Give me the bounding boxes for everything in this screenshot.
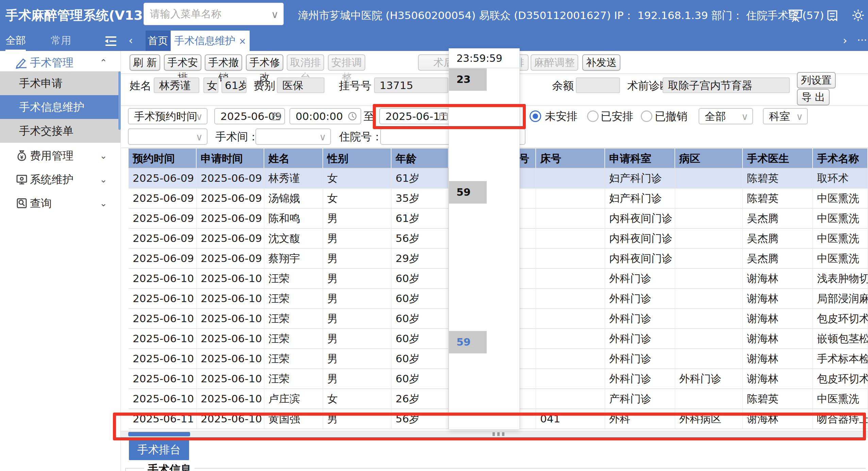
sidebar-group-fee-management[interactable]: 费用管理 ⌄ [0, 144, 121, 167]
table-cell[interactable]: 2025-06-10 … [129, 369, 197, 389]
sidebar-item-surgery-info-maintenance[interactable]: 手术信息维护 [0, 95, 121, 119]
table-cell[interactable]: 谢海林 [743, 409, 813, 429]
report-document-icon[interactable] [824, 7, 840, 23]
menu-group-common[interactable]: 常用 [51, 31, 71, 51]
radio-unscheduled-label[interactable]: 未安排 [545, 108, 578, 124]
column-header[interactable]: 年龄 [391, 149, 449, 169]
anesthesia-adjust-button[interactable]: 麻醉调整 [531, 54, 578, 71]
time-from-input[interactable]: 00:00:00 [289, 108, 361, 124]
tab-home[interactable]: 首页 [146, 31, 170, 51]
column-header[interactable]: 床号 [536, 149, 605, 169]
table-cell[interactable] [536, 229, 605, 249]
table-cell[interactable]: 手术标本检… [813, 349, 868, 369]
table-cell[interactable]: 2025-06-10 … [197, 349, 264, 369]
column-header[interactable]: 手术名称 [813, 149, 868, 169]
table-cell[interactable]: 谢海林 [743, 269, 813, 289]
table-cell[interactable]: 2025-06-09 … [129, 209, 197, 229]
column-header[interactable]: 申请时间 [197, 149, 264, 169]
table-cell[interactable]: 内科夜间门诊 [605, 229, 675, 249]
table-cell[interactable]: 外科 [605, 409, 675, 429]
table-cell[interactable] [675, 349, 743, 369]
table-cell[interactable]: 嵌顿包茎松… [813, 329, 868, 349]
table-cell[interactable] [536, 249, 605, 269]
table-cell[interactable]: 2025-06-10 … [197, 409, 264, 429]
table-cell[interactable]: 内科夜间门诊 [605, 249, 675, 269]
time-type-select[interactable]: 手术预约时间 ∨ [128, 108, 207, 124]
sidebar-item-surgery-handover[interactable]: 手术交接单 [0, 119, 121, 143]
table-cell[interactable]: 60岁 [391, 329, 449, 349]
refresh-button[interactable]: 刷 新 [130, 54, 160, 71]
table-cell[interactable]: 女 [323, 189, 391, 209]
table-cell[interactable]: 中医熏洗 [813, 189, 868, 209]
menu-search-input[interactable] [149, 3, 265, 24]
column-header[interactable]: 性别 [323, 149, 391, 169]
table-cell[interactable] [536, 389, 605, 409]
schedule-surgery-button[interactable]: 手术安排 [164, 54, 201, 71]
table-cell[interactable]: 吴杰腾 [743, 249, 813, 269]
splitter-grip[interactable] [497, 432, 500, 436]
table-cell[interactable]: 谢海林 [743, 329, 813, 349]
table-cell[interactable] [675, 169, 743, 189]
table-cell[interactable] [536, 329, 605, 349]
table-cell[interactable]: 2025-06-10 … [129, 269, 197, 289]
table-cell[interactable]: 外科病区 [675, 409, 743, 429]
table-cell[interactable]: 产科门诊 [605, 389, 675, 409]
table-cell[interactable]: 2025-06-10 … [129, 329, 197, 349]
table-cell[interactable] [536, 369, 605, 389]
dept-type-select[interactable]: 科室 ∨ [763, 108, 808, 124]
table-cell[interactable]: 2025-06-10 … [197, 369, 264, 389]
table-cell[interactable] [675, 289, 743, 309]
radio-scheduled[interactable] [587, 110, 599, 122]
gear-icon[interactable] [850, 7, 866, 23]
table-cell[interactable]: 中医熏洗 [813, 249, 868, 269]
table-cell[interactable] [675, 229, 743, 249]
table-cell[interactable]: 2025-06-10 … [129, 349, 197, 369]
sidebar-item-surgery-request[interactable]: 手术申请 [0, 71, 121, 95]
table-cell[interactable]: 吻合器痔上… [813, 409, 868, 429]
tab-scroll-left-icon[interactable]: ‹ [129, 31, 133, 51]
collapse-sidebar-icon[interactable] [104, 35, 118, 47]
table-cell[interactable] [536, 289, 605, 309]
table-cell[interactable]: 汪荣 [264, 349, 323, 369]
table-cell[interactable]: 汪荣 [264, 329, 323, 349]
table-cell[interactable] [675, 249, 743, 269]
table-cell[interactable] [536, 309, 605, 329]
table-cell[interactable]: 61岁 [391, 209, 449, 229]
table-cell[interactable]: 35岁 [391, 189, 449, 209]
table-cell[interactable]: 外科门诊 [605, 349, 675, 369]
table-cell[interactable]: 2025-06-10 … [129, 309, 197, 329]
table-cell[interactable] [536, 269, 605, 289]
clock-icon[interactable] [348, 111, 357, 121]
radio-unscheduled[interactable] [530, 110, 541, 122]
table-cell[interactable] [536, 189, 605, 209]
radio-cancelled-label[interactable]: 已撤销 [655, 108, 687, 124]
table-cell[interactable]: 妇产科门诊 [605, 189, 675, 209]
radio-scheduled-label[interactable]: 已安排 [601, 108, 633, 124]
sidebar-group-query[interactable]: 查询 ⌄ [0, 192, 121, 215]
table-cell[interactable]: 卢庄滨 [264, 389, 323, 409]
table-cell[interactable]: 2025-06-10 … [197, 289, 264, 309]
table-cell[interactable]: 2025-06-09 … [129, 169, 197, 189]
table-cell[interactable]: 2025-06-10 … [129, 289, 197, 309]
table-cell[interactable]: 60岁 [391, 289, 449, 309]
chevron-down-icon[interactable]: ∨ [271, 8, 279, 20]
column-header[interactable]: 手术医生 [743, 149, 813, 169]
modify-surgery-button[interactable]: 手术修改 [246, 54, 283, 71]
table-cell[interactable]: 2025-06-10 … [197, 389, 264, 409]
table-cell[interactable] [536, 349, 605, 369]
table-cell[interactable] [536, 169, 605, 189]
table-cell[interactable]: 56岁 [391, 229, 449, 249]
table-cell[interactable]: 2025-06-09 … [197, 249, 264, 269]
cancel-surgery-button[interactable]: 手术撤销 [205, 54, 242, 71]
table-cell[interactable]: 041 [536, 409, 605, 429]
table-cell[interactable]: 2025-06-09 … [197, 189, 264, 209]
time-picker-second-option[interactable]: 59 [449, 331, 487, 353]
table-cell[interactable]: 2025-06-10 … [197, 269, 264, 289]
column-header[interactable]: 申请科室 [605, 149, 675, 169]
date-to-input[interactable]: 2025-06-11 [379, 108, 452, 124]
tab-overflow-icon[interactable]: ⋯ [857, 31, 867, 51]
menu-group-all[interactable]: 全部 [5, 31, 26, 51]
cancel-scheduling-button[interactable]: 取消排台 [287, 54, 324, 71]
table-cell[interactable]: 妇产科门诊 [605, 169, 675, 189]
table-cell[interactable]: 26岁 [391, 389, 449, 409]
